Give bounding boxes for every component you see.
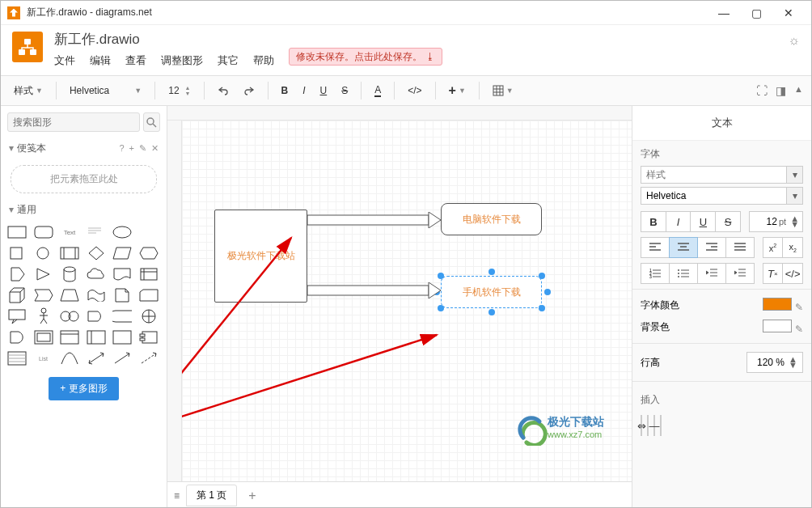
add-icon[interactable]: + [129,143,134,154]
shape-document[interactable] [111,265,133,283]
shape-triangle[interactable] [32,265,55,283]
selection-handle[interactable] [539,305,545,311]
edit-icon[interactable]: ✎ [139,143,146,154]
shape-hexagon[interactable] [137,244,160,262]
shape-doublerect[interactable] [32,328,55,346]
shape-ellipse[interactable] [111,223,133,241]
text-style-select[interactable] [641,166,787,184]
style-dropdown[interactable]: 样式 ▼ [9,82,48,100]
selection-handle[interactable] [539,273,545,279]
close-button[interactable]: ✕ [772,2,805,24]
shape-process[interactable] [58,244,81,262]
shape-component[interactable] [137,328,160,346]
shape-cylinder[interactable] [58,265,81,283]
connector-bottom[interactable] [307,282,441,298]
shape-datastore[interactable] [111,307,133,325]
shape-rect[interactable] [6,223,28,241]
color-picker-icon[interactable]: ✎ [795,302,803,313]
shape-or[interactable] [58,307,81,325]
insert-link[interactable]: ⇔ [641,415,642,436]
shape-pentagon[interactable] [6,265,28,283]
diagram-node-top[interactable]: 电脑软件下载 [441,203,542,235]
strike-toggle[interactable]: S [715,211,741,232]
html-toggle[interactable]: </> [782,263,803,284]
shape-blank[interactable] [137,223,160,241]
shape-arrow[interactable] [111,349,133,367]
undo-button[interactable] [213,83,234,99]
selection-handle[interactable] [488,269,495,275]
add-button[interactable]: + ▼ [444,81,471,100]
diagram-node-bottom[interactable]: 手机软件下载 [441,276,542,308]
shape-container2[interactable] [85,328,108,346]
clear-format[interactable]: T× [763,263,784,284]
indent[interactable] [725,263,755,284]
shape-offpage[interactable] [6,328,28,346]
menu-help[interactable]: 帮助 [253,53,274,68]
connector-top[interactable] [307,212,441,228]
shape-circle[interactable] [32,244,55,262]
menu-edit[interactable]: 编辑 [90,53,111,68]
color-picker-icon[interactable]: ✎ [795,324,803,335]
selection-handle[interactable] [488,309,495,315]
selection-handle[interactable] [544,289,551,295]
fullscreen-icon[interactable]: ⛶ [756,84,768,97]
shape-roundrect[interactable] [32,223,55,241]
maximize-button[interactable]: ▢ [740,2,772,24]
italic-button[interactable]: I [298,83,310,99]
outdent[interactable] [697,263,726,284]
menu-view[interactable]: 查看 [125,53,146,68]
collapse-icon[interactable]: ▲ [794,84,803,97]
dropdown-icon[interactable]: ▾ [787,187,803,205]
format-panel-icon[interactable]: ◨ [776,84,786,97]
selection-handle[interactable] [438,305,444,311]
page-tab-1[interactable]: 第 1 页 [186,485,237,506]
bg-color-swatch[interactable] [763,320,792,332]
shape-step[interactable] [32,286,55,304]
strike-button[interactable]: S [336,83,353,99]
shape-parallelogram[interactable] [111,244,133,262]
scratchpad-drop[interactable]: 把元素拖至此处 [11,165,157,193]
minimize-button[interactable]: — [708,2,740,24]
scratchpad-header[interactable]: ▾便笺本 ?+✎✕ [1,138,167,159]
align-right[interactable] [697,237,726,258]
menu-extras[interactable]: 其它 [218,53,239,68]
shape-callout[interactable] [6,307,28,325]
shape-listitem[interactable]: List [32,349,55,367]
font-color-button[interactable]: A [370,82,386,99]
shape-xor[interactable] [137,307,160,325]
menu-arrange[interactable]: 调整图形 [161,53,203,68]
theme-toggle-icon[interactable]: ☼ [788,33,800,48]
menu-file[interactable]: 文件 [54,53,75,68]
font-size[interactable]: 12 ▲▼ [163,83,195,99]
diagram-node-main[interactable]: 极光软件下载站 [214,210,307,303]
shape-cube[interactable] [6,286,28,304]
font-family-select[interactable] [641,187,787,205]
dropdown-icon[interactable]: ▾ [787,166,803,184]
shape-container[interactable] [58,328,81,346]
redo-button[interactable] [239,83,260,99]
subscript[interactable]: x2 [782,237,803,258]
list-bullet[interactable] [669,263,698,284]
bold-button[interactable]: B [277,83,294,99]
bold-toggle[interactable]: B [641,211,666,232]
selection-handle[interactable] [438,273,444,279]
list-ordered[interactable]: 123 [641,263,670,284]
shape-actor[interactable] [32,307,55,325]
shape-text[interactable]: Text [58,223,81,241]
shape-textbox[interactable] [85,223,108,241]
shape-trapezoid[interactable] [58,286,81,304]
align-justify[interactable] [725,237,755,258]
font-color-swatch[interactable] [763,298,792,311]
shape-list[interactable] [6,349,28,367]
filename[interactable]: 新工作.drawio [54,30,274,49]
underline-toggle[interactable]: U [690,211,716,232]
shape-diamond[interactable] [85,244,108,262]
search-button[interactable] [143,112,160,132]
close-icon[interactable]: ✕ [151,143,159,154]
shape-cloud[interactable] [85,265,108,283]
font-dropdown[interactable]: Helvetica ▼ [65,83,146,99]
align-left[interactable] [641,237,670,258]
canvas[interactable]: 极光软件下载站 电脑软件下载 手机软件下载 [182,121,632,481]
line-height-input[interactable]: ▲▼ [746,352,803,373]
html-button[interactable]: </> [403,83,426,99]
